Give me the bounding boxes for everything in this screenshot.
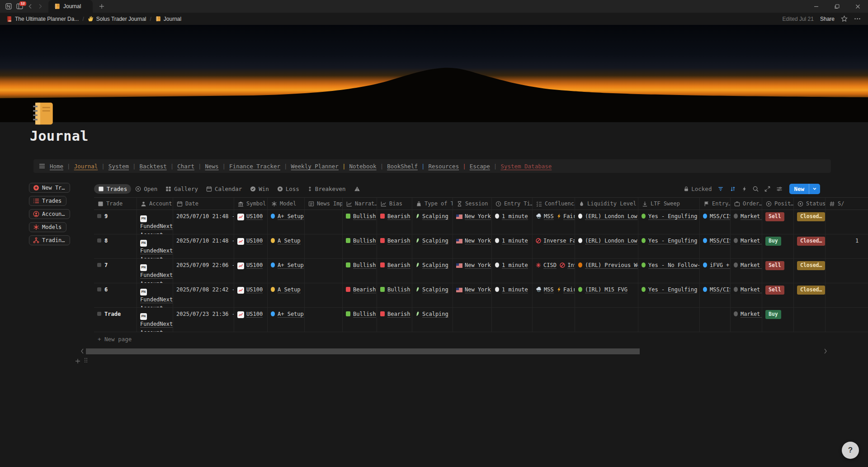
relation-link[interactable]: (ERL) Previous Week: [585, 262, 638, 269]
cell-status[interactable]: Closed…: [794, 283, 826, 307]
view-tab-gallery[interactable]: Gallery: [161, 184, 202, 194]
relation-link[interactable]: Bullish: [353, 213, 376, 220]
nav-link-system-database[interactable]: System Database: [500, 163, 552, 170]
relation-link[interactable]: 1 minute: [502, 262, 528, 269]
table-row[interactable]: 8FNFundedNext Account2025/07/10 21:48 -U…: [94, 234, 868, 259]
filter-icon[interactable]: [717, 186, 724, 192]
nav-link-resources[interactable]: Resources: [428, 163, 459, 170]
cell-order-[interactable]: Market (: [731, 210, 762, 234]
cell-ltf-sweep[interactable]: Yes - Engulfing: [638, 210, 700, 234]
page-icon-notebook[interactable]: [30, 100, 56, 127]
relation-link[interactable]: A Setup: [278, 286, 301, 293]
nav-link-home[interactable]: Home: [50, 163, 63, 170]
relation-link[interactable]: FundedNext Account: [140, 248, 173, 258]
status-badge[interactable]: Sell: [765, 286, 784, 295]
nav-link-weekly-planner[interactable]: Weekly Planner: [291, 163, 339, 170]
row-title[interactable]: Trade: [104, 311, 121, 317]
relation-link[interactable]: US100: [246, 238, 263, 244]
view-tab-win[interactable]: Win: [246, 184, 273, 194]
cell-entry-ti-[interactable]: [492, 308, 533, 332]
sidebar-button-tradin[interactable]: Tradin…: [29, 235, 70, 245]
cell-confluenc-[interactable]: CISD Inverse: [533, 259, 575, 283]
cell-account[interactable]: FNFundedNext Account: [137, 259, 173, 283]
relation-link[interactable]: FundedNext Account: [140, 321, 173, 332]
relation-link[interactable]: Scalping: [422, 238, 448, 244]
cell-posit-[interactable]: Buy: [762, 234, 794, 258]
minimize-button[interactable]: [806, 0, 826, 13]
cell-confluenc-[interactable]: MSS Fair: [533, 210, 575, 234]
relation-link[interactable]: MSS/CISD: [710, 286, 731, 293]
relation-link[interactable]: (ERL) London Low: [585, 213, 637, 220]
cell-liquidity-level[interactable]: (ERL) Previous Week: [575, 259, 638, 283]
new-page-button[interactable]: + New page: [94, 332, 868, 346]
table-row[interactable]: 9FNFundedNext Account2025/07/10 21:48 -U…: [94, 210, 868, 234]
relation-link[interactable]: Market (: [741, 286, 762, 293]
view-tab-hidden[interactable]: [350, 185, 364, 193]
nav-link-bookshelf[interactable]: BookShelf: [387, 163, 418, 170]
column-header-ltf-sweep[interactable]: LTF Sweep: [638, 198, 700, 210]
relation-link[interactable]: Fair: [563, 286, 575, 293]
search-icon[interactable]: [753, 186, 759, 192]
relation-link[interactable]: Market (: [741, 213, 762, 220]
cell-posit-[interactable]: Sell: [762, 283, 794, 307]
relation-link[interactable]: Bearish: [387, 262, 410, 269]
cell-session[interactable]: New York: [453, 259, 492, 283]
cell-status[interactable]: [794, 308, 826, 332]
cell-model[interactable]: A+ Setup: [268, 259, 305, 283]
relation-link[interactable]: Scalping: [422, 311, 448, 318]
nav-link-news[interactable]: News: [205, 163, 218, 170]
cell-posit-[interactable]: Sell: [762, 210, 794, 234]
cell-trade[interactable]: 8: [94, 234, 137, 258]
cell-s-[interactable]: [826, 259, 868, 283]
relation-link[interactable]: A+ Setup: [278, 213, 304, 220]
forward-icon[interactable]: [38, 4, 43, 9]
column-header-trade[interactable]: Trade: [94, 198, 137, 210]
scroll-left-icon[interactable]: [80, 348, 84, 354]
cell-liquidity-level[interactable]: [575, 308, 638, 332]
status-badge[interactable]: Sell: [765, 212, 784, 221]
column-header-liquidity-level[interactable]: Liquidity Level: [575, 198, 638, 210]
view-tab-loss[interactable]: Loss: [273, 184, 303, 194]
cell-account[interactable]: FNFundedNext Account: [137, 234, 173, 258]
view-tab-trades[interactable]: Trades: [94, 184, 131, 194]
cell-narrat-[interactable]: Bullish: [343, 234, 377, 258]
favorite-star-icon[interactable]: [841, 15, 848, 22]
table-row[interactable]: 7FNFundedNext Account2025/07/09 22:06 -U…: [94, 259, 868, 283]
status-badge[interactable]: Closed…: [797, 212, 825, 221]
chevron-down-icon[interactable]: [809, 184, 820, 194]
cell-model[interactable]: A+ Setup: [268, 210, 305, 234]
relation-link[interactable]: Market (: [741, 238, 762, 244]
new-button-label[interactable]: New: [789, 184, 809, 194]
sidebar-button-newtr[interactable]: New Tr…: [29, 183, 70, 193]
cell-status[interactable]: Closed…: [794, 210, 826, 234]
tab-journal[interactable]: Journal: [48, 0, 93, 13]
column-header-entry-[interactable]: Entry…: [700, 198, 731, 210]
relation-link[interactable]: New York: [465, 262, 491, 269]
relation-link[interactable]: US100: [246, 213, 263, 220]
relation-link[interactable]: 1 minute: [502, 238, 528, 244]
relation-link[interactable]: Scalping: [422, 213, 448, 220]
relation-link[interactable]: 1 minute: [502, 213, 528, 220]
relation-link[interactable]: Inverse Fai: [543, 238, 575, 244]
cell-trade[interactable]: 7: [94, 259, 137, 283]
cell-entry-[interactable]: MSS/CISD: [700, 283, 731, 307]
cell-symbol[interactable]: US100: [234, 308, 268, 332]
relation-link[interactable]: FundedNext Account: [140, 223, 173, 234]
column-header-symbol[interactable]: Symbol: [234, 198, 268, 210]
cell-date[interactable]: 2025/07/10 21:48 -: [173, 210, 234, 234]
locked-toggle[interactable]: Locked: [684, 186, 712, 192]
relation-link[interactable]: Scalping: [422, 286, 448, 293]
sidebar-toggle-icon[interactable]: 12: [16, 3, 23, 10]
cell-date[interactable]: 2025/07/08 22:42 -: [173, 283, 234, 307]
status-badge[interactable]: Closed…: [797, 237, 825, 246]
relation-link[interactable]: Scalping: [422, 262, 448, 269]
row-title[interactable]: 9: [104, 213, 108, 219]
cell-model[interactable]: A Setup: [268, 234, 305, 258]
relation-link[interactable]: New York: [465, 213, 491, 220]
relation-link[interactable]: Yes - No Follow-Through: [648, 262, 700, 269]
cell-entry-[interactable]: [700, 308, 731, 332]
cell-liquidity-level[interactable]: (ERL) London Low: [575, 210, 638, 234]
cell-entry-[interactable]: iFVG + FVG: [700, 259, 731, 283]
cell-s-[interactable]: [826, 308, 868, 332]
breadcrumb-item[interactable]: The Ultimate Planner Da...: [6, 16, 79, 22]
